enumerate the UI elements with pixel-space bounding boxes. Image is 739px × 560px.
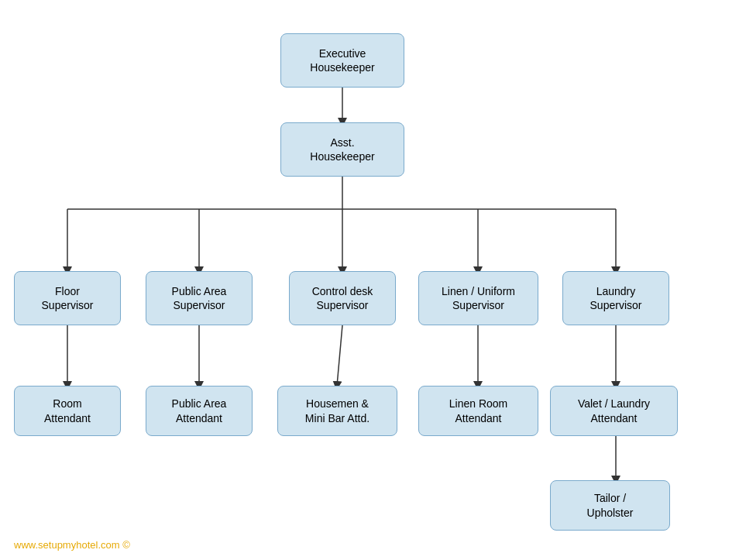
- node-roomatt: Room Attendant: [14, 386, 121, 436]
- node-linen: Linen / Uniform Supervisor: [418, 271, 538, 325]
- node-floor: Floor Supervisor: [14, 271, 121, 325]
- node-housemen: Housemen & Mini Bar Attd.: [277, 386, 397, 436]
- node-tailor: Tailor / Upholster: [550, 480, 670, 531]
- node-valet: Valet / Laundry Attendant: [550, 386, 678, 436]
- node-asst: Asst. Housekeeper: [280, 122, 404, 177]
- node-publicarea: Public Area Supervisor: [146, 271, 253, 325]
- node-executive: Executive Housekeeper: [280, 33, 404, 88]
- svg-line-10: [337, 325, 342, 386]
- watermark: www.setupmyhotel.com ©: [14, 539, 130, 551]
- node-publicareaatt: Public Area Attendant: [146, 386, 253, 436]
- node-controldesk: Control desk Supervisor: [289, 271, 396, 325]
- node-linenroom: Linen Room Attendant: [418, 386, 538, 436]
- node-laundry: Laundry Supervisor: [562, 271, 669, 325]
- org-chart: Executive Housekeeper Asst. Housekeeper …: [0, 0, 739, 560]
